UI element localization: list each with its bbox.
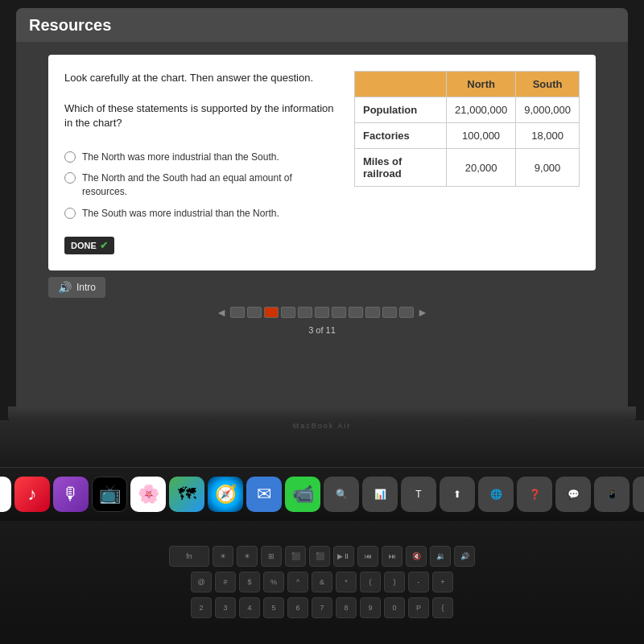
dot-11[interactable]	[399, 307, 414, 318]
key-dollar[interactable]: $	[239, 572, 260, 592]
intro-button[interactable]: 🔊 Intro	[48, 277, 105, 298]
dot-7[interactable]	[332, 307, 346, 318]
keyboard-area: fn ☀ ☀ ⊞ ⬛ ⬛ ▶⏸ ⏮ ⏭ 🔇 🔉 🔊 @ # $ % ^ & * …	[0, 521, 644, 644]
dock-misc-4[interactable]: ⬆	[440, 477, 475, 512]
key-minus[interactable]: -	[408, 572, 429, 592]
dot-5[interactable]	[298, 307, 312, 318]
laptop-bezel	[8, 407, 636, 420]
key-6[interactable]: 6	[287, 597, 308, 618]
row-label-factories: Factories	[355, 123, 447, 149]
dock-misc-5[interactable]: 🌐	[478, 477, 514, 512]
dock-maps[interactable]: 🗺	[169, 477, 204, 512]
dock-misc-8[interactable]: 📱	[594, 477, 630, 512]
options-list: The North was more industrial than the S…	[64, 151, 338, 221]
dock-calendar[interactable]: 11	[0, 477, 11, 512]
key-8[interactable]: 8	[336, 597, 357, 618]
key-star[interactable]: *	[336, 572, 357, 592]
key-plus[interactable]: +	[432, 572, 453, 592]
key-rparen[interactable]: )	[384, 572, 405, 592]
row-label-railroad: Miles of railroad	[355, 149, 447, 187]
key-f8[interactable]: ⏭	[382, 546, 402, 567]
key-5[interactable]: 5	[263, 597, 284, 618]
dot-10[interactable]	[382, 307, 397, 318]
key-f9[interactable]: 🔇	[406, 546, 427, 567]
dock-misc-2[interactable]: 📊	[362, 477, 398, 512]
key-f2[interactable]: ☀	[237, 546, 258, 567]
option-3[interactable]: The South was more industrial than the N…	[64, 207, 338, 221]
keyboard-row-3: 2 3 4 5 6 7 8 9 0 P {	[191, 597, 453, 618]
option-1-label: The North was more industrial than the S…	[82, 151, 279, 164]
key-caret[interactable]: ^	[287, 572, 308, 592]
key-percent[interactable]: %	[263, 572, 284, 592]
dot-4[interactable]	[281, 307, 295, 318]
key-p[interactable]: P	[408, 597, 429, 618]
speaker-icon: 🔊	[58, 281, 72, 294]
key-f11[interactable]: 🔊	[454, 546, 475, 567]
dock-misc-3[interactable]: T	[401, 477, 436, 512]
key-f10[interactable]: 🔉	[430, 546, 451, 567]
dock-music[interactable]: ♪	[14, 477, 50, 512]
key-f1[interactable]: ☀	[213, 546, 233, 567]
radio-2[interactable]	[64, 172, 76, 184]
key-hash[interactable]: #	[215, 572, 236, 592]
key-f7[interactable]: ⏮	[357, 546, 378, 567]
dock-misc-7[interactable]: 💬	[555, 477, 591, 512]
key-lbrace[interactable]: {	[432, 597, 453, 618]
header-bar: Resources	[16, 8, 628, 42]
laptop-base: MacBook Air	[0, 420, 644, 466]
progress-area: ◄ ►	[216, 306, 428, 319]
keyboard-row-2: @ # $ % ^ & * ( ) - +	[191, 572, 453, 592]
dock-photos[interactable]: 🌸	[130, 477, 166, 512]
key-f5[interactable]: ⬛	[309, 546, 330, 567]
option-3-label: The South was more industrial than the N…	[82, 207, 279, 221]
col-header-north: North	[447, 72, 516, 97]
dot-1[interactable]	[230, 307, 245, 318]
dock-facetime[interactable]: 📹	[285, 477, 320, 512]
key-f6[interactable]: ▶⏸	[333, 546, 354, 567]
key-amp[interactable]: &	[312, 572, 332, 592]
row-factories-south: 18,000	[516, 123, 580, 149]
key-2[interactable]: 2	[191, 597, 212, 618]
next-arrow[interactable]: ►	[417, 306, 428, 319]
row-label-population: Population	[355, 97, 447, 123]
key-at[interactable]: @	[191, 572, 212, 592]
col-header-south: South	[516, 72, 580, 97]
radio-3[interactable]	[64, 208, 76, 219]
dot-2[interactable]	[247, 307, 262, 318]
key-7[interactable]: 7	[312, 597, 332, 618]
radio-1[interactable]	[64, 151, 76, 163]
dock-tv[interactable]: 📺	[92, 477, 127, 512]
row-factories-north: 100,000	[447, 123, 516, 149]
key-f4[interactable]: ⬛	[285, 546, 306, 567]
key-9[interactable]: 9	[360, 597, 381, 618]
option-1[interactable]: The North was more industrial than the S…	[64, 151, 338, 164]
dock-mail[interactable]: ✉	[246, 477, 282, 512]
dot-9[interactable]	[365, 307, 380, 318]
key-0[interactable]: 0	[384, 597, 405, 618]
question-text: Which of these statements is supported b…	[64, 101, 338, 130]
dock-misc-1[interactable]: 🔍	[324, 477, 359, 512]
left-column: Look carefully at the chart. Then answer…	[64, 71, 338, 254]
dock-misc-9[interactable]: 🔔	[633, 477, 644, 512]
done-button[interactable]: DONE ✔	[64, 237, 114, 254]
dot-8[interactable]	[349, 307, 363, 318]
white-card: Look carefully at the chart. Then answer…	[48, 55, 596, 270]
dot-6[interactable]	[315, 307, 329, 318]
key-lparen[interactable]: (	[360, 572, 381, 592]
dot-3[interactable]	[264, 307, 279, 318]
key-3[interactable]: 3	[215, 597, 236, 618]
key-fn[interactable]: fn	[169, 546, 209, 567]
dock-podcasts[interactable]: 🎙	[53, 477, 89, 512]
key-4[interactable]: 4	[239, 597, 260, 618]
dock-safari[interactable]: 🧭	[208, 477, 243, 512]
intro-label: Intro	[76, 282, 96, 293]
key-f3[interactable]: ⊞	[261, 546, 282, 567]
data-table: North South Population 21,000,000 9,000,…	[354, 71, 580, 187]
row-population-south: 9,000,000	[516, 97, 580, 123]
done-label: DONE	[71, 241, 97, 250]
row-population-north: 21,000,000	[447, 97, 516, 123]
prev-arrow[interactable]: ◄	[216, 306, 227, 319]
macbook-label: MacBook Air	[293, 420, 352, 431]
dock-misc-6[interactable]: ❓	[517, 477, 552, 512]
option-2[interactable]: The North and the South had an equal amo…	[64, 171, 338, 199]
